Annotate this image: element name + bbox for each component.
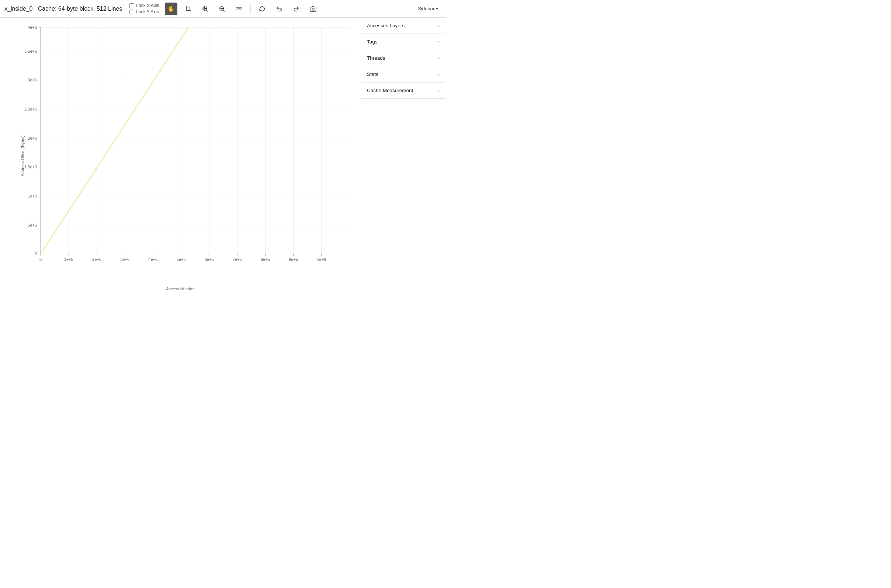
svg-line-1: [206, 10, 208, 11]
sidebar-section-threads-label: Threads: [367, 55, 385, 61]
sidebar-section-threads: Threads ›: [361, 50, 446, 66]
refresh-button[interactable]: [256, 3, 268, 15]
axis-locks: Lock X Axis Lock Y Axis: [129, 3, 159, 14]
svg-text:1.5e+6: 1.5e+6: [24, 165, 37, 169]
sidebar-section-cache-measurement-label: Cache Measurement: [367, 88, 413, 93]
svg-text:1e+6: 1e+6: [317, 257, 326, 262]
svg-text:2e+6: 2e+6: [28, 136, 37, 140]
svg-text:2e+5: 2e+5: [92, 257, 101, 262]
lock-y-axis-checkbox[interactable]: [129, 10, 134, 14]
svg-text:2.5e+6: 2.5e+6: [24, 107, 37, 111]
pan-tool-button[interactable]: ✋: [165, 3, 178, 15]
chart-area[interactable]: Address Offset (Bytes) Access Number 0 5…: [0, 18, 361, 294]
zoom-in-tool-button[interactable]: [199, 3, 211, 15]
svg-text:8e+5: 8e+5: [261, 257, 270, 262]
y-axis-label: Address Offset (Bytes): [20, 136, 25, 176]
sidebar-section-tags-header[interactable]: Tags ›: [361, 34, 446, 50]
svg-line-74: [41, 27, 188, 254]
svg-text:3e+6: 3e+6: [28, 78, 37, 82]
sidebar-section-tags: Tags ›: [361, 34, 446, 50]
sidebar-chevron-icon: ▾: [436, 6, 438, 11]
sidebar-section-tags-label: Tags: [367, 39, 378, 45]
sidebar-section-stats-header[interactable]: Stats ›: [361, 66, 446, 82]
svg-text:3.5e+6: 3.5e+6: [24, 49, 37, 53]
toolbar-separator-1: [250, 4, 251, 14]
svg-text:7e+5: 7e+5: [233, 257, 242, 262]
sidebar-label: Sidebar: [418, 6, 435, 11]
x-axis-label: Access Number: [166, 286, 195, 291]
svg-text:0: 0: [35, 252, 37, 256]
screenshot-button[interactable]: [307, 3, 319, 15]
lock-x-axis-label[interactable]: Lock X Axis: [129, 3, 159, 8]
sidebar-section-accesses-layers: Accesses Layers ›: [361, 18, 446, 34]
lock-y-axis-label[interactable]: Lock Y Axis: [129, 9, 159, 14]
ruler-tool-button[interactable]: [233, 3, 245, 15]
chart-svg: 0 5e+5 1e+6 1.5e+6 2e+6 2.5e+6 3e+6: [22, 24, 355, 276]
sidebar-section-stats-label: Stats: [367, 72, 378, 77]
svg-text:6e+5: 6e+5: [205, 257, 214, 262]
sidebar-section-cache-measurement-header[interactable]: Cache Measurement ›: [361, 82, 446, 98]
svg-rect-12: [310, 7, 316, 11]
tags-chevron-icon: ›: [438, 39, 439, 45]
lock-x-axis-text: Lock X Axis: [136, 3, 159, 8]
svg-text:9e+5: 9e+5: [289, 257, 298, 262]
svg-text:4e+5: 4e+5: [148, 257, 158, 262]
svg-text:5e+5: 5e+5: [28, 223, 37, 227]
svg-text:3e+5: 3e+5: [120, 257, 129, 262]
toolbar-right: Sidebar ▾: [415, 4, 441, 13]
sidebar-section-accesses-layers-label: Accesses Layers: [367, 23, 405, 28]
cache-measurement-chevron-icon: ›: [438, 88, 439, 93]
zoom-out-tool-button[interactable]: [216, 3, 228, 15]
sidebar-section-stats: Stats ›: [361, 66, 446, 82]
lock-x-axis-checkbox[interactable]: [129, 3, 134, 8]
sidebar-section-cache-measurement: Cache Measurement ›: [361, 82, 446, 99]
svg-text:1e+5: 1e+5: [64, 257, 74, 262]
sidebar-toggle[interactable]: Sidebar ▾: [415, 4, 441, 13]
svg-text:1e+6: 1e+6: [28, 194, 37, 198]
threads-chevron-icon: ›: [438, 56, 439, 61]
stats-chevron-icon: ›: [438, 72, 439, 77]
sidebar-section-accesses-layers-header[interactable]: Accesses Layers ›: [361, 18, 446, 33]
crop-tool-button[interactable]: [182, 3, 194, 15]
svg-text:5e+5: 5e+5: [177, 257, 186, 262]
undo-button[interactable]: [273, 3, 286, 15]
accesses-layers-chevron-icon: ›: [438, 23, 439, 28]
page-title: x_inside_0 - Cache: 64-byte block, 512 L…: [5, 6, 122, 12]
redo-button[interactable]: [290, 3, 303, 15]
svg-text:0: 0: [39, 257, 42, 262]
lock-y-axis-text: Lock Y Axis: [136, 9, 159, 14]
svg-line-5: [223, 10, 224, 11]
sidebar: Accesses Layers › Tags › Threads › Stats…: [361, 18, 446, 294]
sidebar-section-threads-header[interactable]: Threads ›: [361, 50, 446, 66]
toolbar: x_inside_0 - Cache: 64-byte block, 512 L…: [0, 0, 446, 18]
main-content: Address Offset (Bytes) Access Number 0 5…: [0, 18, 446, 294]
svg-point-13: [312, 8, 314, 10]
svg-text:4e+6: 4e+6: [28, 25, 37, 30]
